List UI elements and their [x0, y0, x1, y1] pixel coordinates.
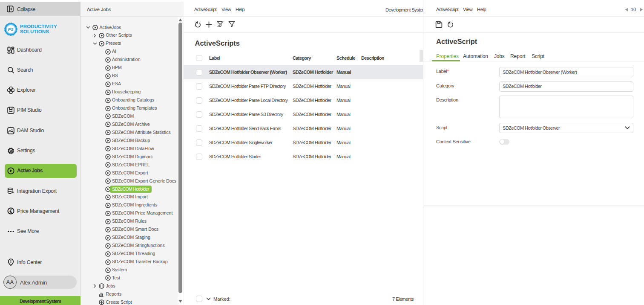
svg-text:PS: PS	[8, 27, 14, 32]
svg-text:€: €	[9, 208, 12, 214]
